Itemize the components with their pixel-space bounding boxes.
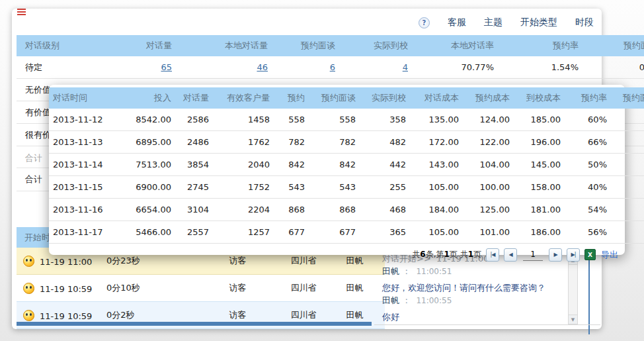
help-icon[interactable]: ? [419,17,430,28]
table-cell: 32% [611,131,644,154]
table-cell: 124.00 [463,109,514,131]
table-cell: 7513.00 [130,154,175,176]
table-cell: 468 [360,199,410,221]
table-cell: 60% [565,109,611,131]
table-cell: 543 [309,176,360,199]
last-page-button[interactable]: ▶| [567,248,580,262]
table-cell: 四川省 [282,275,325,302]
start-time: 11-19 10:59 [40,284,92,294]
chat-timestamp: 11:00:51 [416,267,452,276]
column-header: 预约率 [565,87,611,109]
column-header: 本地对话率 [417,35,503,56]
pagination-bar: 共6条,第1页 共1页 |◀ ◀ ▶ ▶| X 导出 [49,244,625,266]
report-row: 2013-11-128542.0025861458558558358135.00… [49,109,644,131]
chat-sender-line: 田帆 ： 11:00:55 [382,294,567,307]
table-cell: 558 [274,109,309,131]
report-row: 2013-11-136895.0024861762782782482172.00… [49,131,644,154]
table-cell: 104.00 [463,154,514,176]
scroll-down-icon[interactable]: ▼ [569,315,577,324]
metric-link[interactable]: 46 [257,62,268,72]
toolbar-link-start-type[interactable]: 开始类型 [520,17,557,28]
smiley-icon [23,283,34,294]
export-link[interactable]: 导出 [601,249,618,261]
table-cell: 42% [611,154,644,176]
table-cell: 181.00 [514,199,565,221]
excel-icon[interactable]: X [584,249,596,260]
chat-message: 您好，欢迎您访问！请问有什么需要咨询？ [382,281,567,294]
table-cell: 2013-11-16 [49,199,130,221]
table-cell: 3104 [175,199,213,221]
column-header: 有效客户量 [213,87,274,109]
visitor-row[interactable]: 11-19 10:590分10秒访客四川省田帆 [17,275,385,302]
table-cell: 255 [360,176,410,199]
column-header: 预约成本 [463,87,514,109]
toolbar-link-period[interactable]: 时段 [575,17,594,28]
column-header: 预约面谈 [277,35,344,56]
smiley-icon [23,310,34,321]
next-page-button[interactable]: ▶ [549,248,562,262]
table-cell: 1458 [213,109,274,131]
chat-timestamp: 11:00:55 [416,296,452,305]
table-cell: 158.00 [514,176,565,199]
table-cell: 482 [360,131,410,154]
table-cell: 2204 [213,199,274,221]
count-text: 页 [473,250,481,259]
table-cell: 196.00 [514,131,565,154]
table-cell: 3854 [175,154,213,176]
table-cell: 0.00% [588,56,644,79]
column-header: 对话量 [112,35,181,56]
column-header: 预约 [274,87,309,109]
table-cell: 358 [360,109,410,131]
chat-message: 你好 [382,311,567,323]
table-cell: 185.00 [514,109,565,131]
column-header: 预约面谈率 [588,35,644,56]
table-cell: 782 [309,131,360,154]
table-cell: 842 [274,154,309,176]
chat-sender-line: 田帆 ： 11:00:51 [382,265,567,277]
table-cell: 11-19 10:59 [17,275,106,302]
table-cell: 868 [274,199,309,221]
table-cell: 66% [565,131,611,154]
column-header: 到校成本 [514,87,565,109]
table-cell: 172.00 [410,131,463,154]
column-header: 对话量 [175,87,213,109]
metric-link[interactable]: 6 [330,62,335,72]
table-cell: 54% [565,199,611,221]
table-cell: 2013-11-13 [49,131,130,154]
table-cell: 122.00 [463,131,514,154]
first-page-button[interactable]: |◀ [486,248,499,262]
table-cell: 56% [565,221,611,244]
level-row: 待定65466470.77%1.54%0.00% [17,56,644,79]
table-cell: 186.00 [514,221,565,244]
toolbar-link-agent[interactable]: 客服 [448,17,466,28]
column-header: 预约面谈率 [611,87,644,109]
table-cell: 2586 [175,109,213,131]
chat-separator: ： [399,295,416,305]
toolbar-link-topic[interactable]: 主题 [484,17,503,28]
table-cell: 782 [274,131,309,154]
table-cell: 2040 [213,154,274,176]
table-cell: 2557 [175,221,213,244]
table-cell: 365 [360,221,410,244]
chat-separator: ： [399,266,416,276]
page-input[interactable] [523,249,543,261]
screen: ? 客服 主题 开始类型 时段 对话级别对话量本地对话量预约面谈实际到校本地对话… [0,0,644,341]
metric-link[interactable]: 4 [403,62,408,72]
table-cell: 105.00 [410,176,463,199]
table-cell: 1762 [213,131,274,154]
table-cell: 677 [309,221,360,244]
toolbar: ? 客服 主题 开始类型 时段 [419,15,594,30]
table-cell: 6654.00 [130,199,175,221]
menu-icon[interactable] [17,9,26,10]
table-cell: 100.00 [463,176,514,199]
bottom-accent-bar [17,322,372,326]
table-cell: 1.54% [503,56,588,79]
count-text: 页 共 [450,250,468,259]
table-cell: 184.00 [410,199,463,221]
table-cell: 677 [274,221,309,244]
prev-page-button[interactable]: ◀ [504,248,517,262]
metric-link[interactable]: 65 [161,62,172,72]
table-cell: 442 [360,154,410,176]
column-header: 实际到校 [344,35,417,56]
table-cell: 35% [611,109,644,131]
